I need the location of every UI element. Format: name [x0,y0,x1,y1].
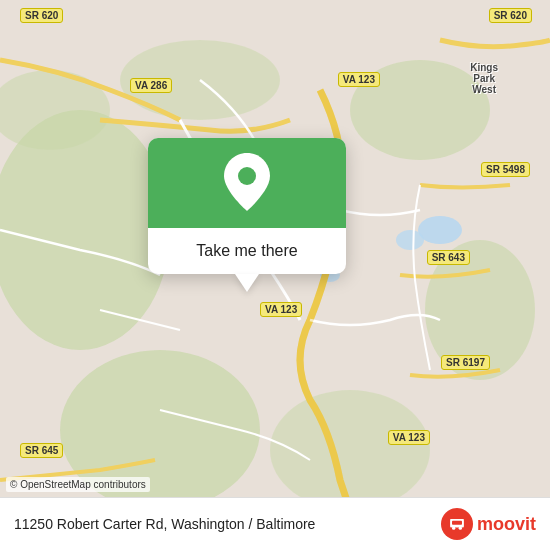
popup-card[interactable]: Take me there [148,138,346,274]
road-label-sr620-tr: SR 620 [489,8,532,23]
road-label-sr643: SR 643 [427,250,470,265]
road-label-sr620-tl: SR 620 [20,8,63,23]
moovit-logo: moovit [441,508,536,540]
moovit-bus-icon [447,514,467,534]
address-text: 11250 Robert Carter Rd, Washington / Bal… [14,516,441,532]
svg-point-7 [418,216,462,244]
road-label-va286: VA 286 [130,78,172,93]
take-me-there-button[interactable]: Take me there [196,242,297,260]
place-label-kings-park: KingsParkWest [470,62,498,95]
road-label-sr5498: SR 5498 [481,162,530,177]
moovit-icon [441,508,473,540]
road-label-va123-top: VA 123 [338,72,380,87]
road-label-sr6197: SR 6197 [441,355,490,370]
svg-rect-14 [452,521,462,525]
map-roads [0,0,550,550]
map-container: SR 620 SR 620 VA 286 VA 123 VA 123 VA 12… [0,0,550,550]
road-label-va123-bot: VA 123 [388,430,430,445]
copyright-text: © OpenStreetMap contributors [6,477,150,492]
bottom-bar: 11250 Robert Carter Rd, Washington / Bal… [0,497,550,550]
svg-point-10 [238,167,256,185]
moovit-text: moovit [477,514,536,535]
popup-header [148,138,346,228]
road-label-sr645: SR 645 [20,443,63,458]
svg-point-8 [396,230,424,250]
road-label-va123-mid: VA 123 [260,302,302,317]
svg-point-12 [452,527,455,530]
svg-point-13 [459,527,462,530]
location-pin-icon [224,153,270,213]
